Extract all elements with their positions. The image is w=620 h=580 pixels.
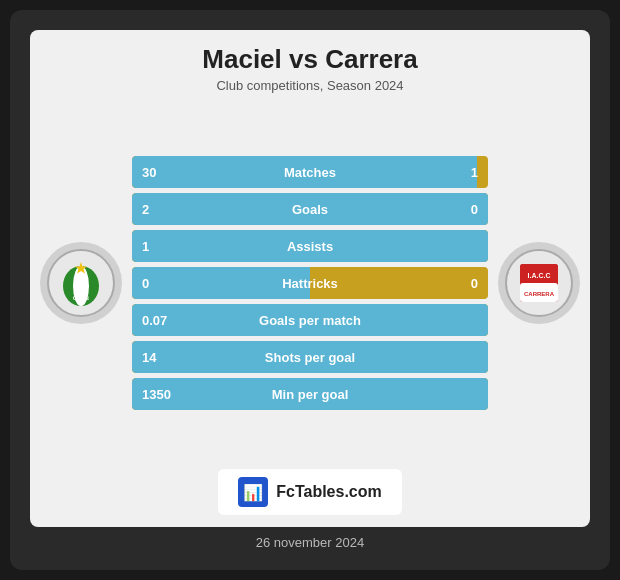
- svg-text:CARRERA: CARRERA: [524, 291, 555, 297]
- branding-text: FcTables.com: [276, 483, 382, 501]
- svg-text:I.A.C.C: I.A.C.C: [528, 272, 551, 279]
- stat-row: 30Matches1: [132, 156, 488, 188]
- stat-row: 0Hattricks0: [132, 267, 488, 299]
- page-title: Maciel vs Carrera: [40, 44, 580, 75]
- date-label: 26 november 2024: [256, 535, 364, 550]
- stat-left-value: 0: [142, 276, 149, 291]
- stat-left-value: 0.07: [142, 313, 167, 328]
- stat-left-value: 30: [142, 165, 156, 180]
- stat-label: Matches: [284, 165, 336, 180]
- comparison-card: Maciel vs Carrera Club competitions, Sea…: [10, 10, 610, 570]
- stat-left-value: 14: [142, 350, 156, 365]
- left-team-logo: C.A.B: [40, 242, 122, 324]
- stat-row: 14Shots per goal: [132, 341, 488, 373]
- stat-row: 1Assists: [132, 230, 488, 262]
- stat-label: Assists: [287, 239, 333, 254]
- stat-label: Hattricks: [282, 276, 338, 291]
- svg-text:C.A.B: C.A.B: [73, 295, 90, 301]
- stat-left-value: 1: [142, 239, 149, 254]
- stat-right-value: 0: [471, 202, 478, 217]
- stat-right-value: 1: [471, 165, 478, 180]
- branding-icon: 📊: [238, 477, 268, 507]
- stat-label: Min per goal: [272, 387, 349, 402]
- branding-row: 📊 FcTables.com: [40, 469, 580, 515]
- right-team-logo: I.A.C.C CARRERA: [498, 242, 580, 324]
- stat-left-value: 2: [142, 202, 149, 217]
- stats-list: 30Matches12Goals01Assists0Hattricks00.07…: [132, 156, 488, 410]
- stat-row: 0.07Goals per match: [132, 304, 488, 336]
- stat-row: 1350Min per goal: [132, 378, 488, 410]
- stat-row: 2Goals0: [132, 193, 488, 225]
- stat-label: Shots per goal: [265, 350, 355, 365]
- stat-left-value: 1350: [142, 387, 171, 402]
- stat-label: Goals: [292, 202, 328, 217]
- subtitle: Club competitions, Season 2024: [40, 78, 580, 93]
- stat-right-value: 0: [471, 276, 478, 291]
- stat-label: Goals per match: [259, 313, 361, 328]
